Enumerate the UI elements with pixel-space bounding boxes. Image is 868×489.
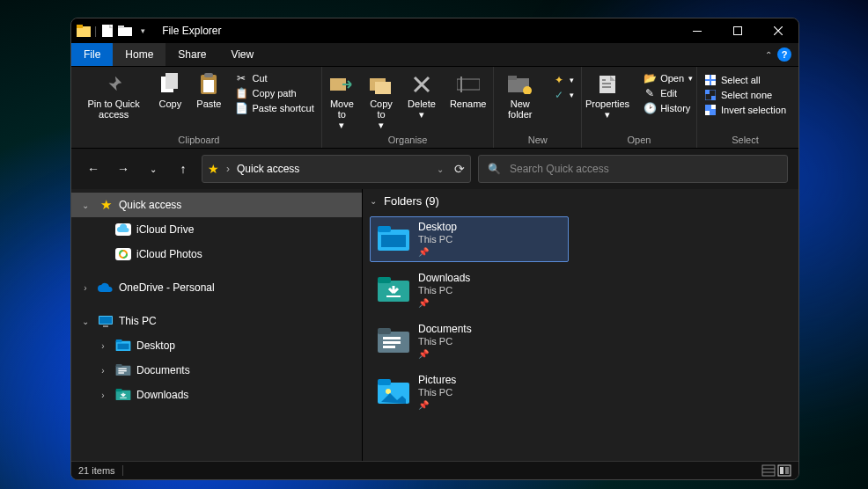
chevron-icon[interactable]: › [96, 341, 110, 351]
tree-item-icloud-drive[interactable]: iCloud Drive [71, 217, 362, 242]
svg-rect-57 [378, 277, 391, 283]
help-icon[interactable]: ? [777, 47, 791, 62]
chevron-icon[interactable]: ⌄ [78, 317, 92, 326]
folder-tile-documents[interactable]: Documents This PC 📌 [370, 318, 569, 364]
address-bar[interactable]: ★ › Quick access ⌄ ⟳ [202, 155, 471, 183]
edit-button[interactable]: ✎Edit [644, 87, 693, 99]
svg-rect-6 [734, 27, 742, 35]
paste-button[interactable]: Paste [189, 70, 228, 109]
group-select-label: Select [732, 135, 759, 146]
tree-item-label: OneDrive - Personal [119, 281, 215, 294]
status-count: 21 items [78, 465, 115, 476]
selectall-icon [704, 74, 717, 86]
history-button[interactable]: 🕑History [644, 102, 693, 114]
move-to-button[interactable]: Move to▾ [322, 70, 362, 130]
chevron-icon[interactable]: › [96, 366, 110, 376]
svg-rect-40 [99, 317, 112, 324]
tree-item-quick-access[interactable]: ⌄ ★ Quick access [71, 193, 362, 217]
selectnone-icon [704, 89, 717, 101]
nav-recent-button[interactable]: ⌄ [142, 157, 165, 180]
thumbnails-view-button[interactable] [777, 464, 791, 477]
group-new-label: New [528, 135, 548, 146]
tree-item-label: Documents [136, 364, 190, 376]
tile-location: This PC [418, 387, 456, 398]
group-organise-label: Organise [388, 135, 428, 146]
svg-rect-72 [785, 467, 789, 474]
folders-group-header[interactable]: ⌄ Folders (9) [363, 189, 798, 213]
tree-item-desktop[interactable]: › Desktop [71, 333, 362, 358]
copypath-icon: 📋 [235, 87, 247, 99]
minimize-button[interactable] [677, 18, 717, 43]
tab-home[interactable]: Home [113, 43, 166, 66]
new-item-button[interactable]: ✦▾ [553, 74, 574, 86]
svg-rect-62 [383, 341, 401, 344]
easy-access-button[interactable]: ✓▾ [553, 89, 574, 101]
invert-selection-button[interactable]: Invert selection [704, 104, 786, 116]
tree-item-label: Desktop [136, 339, 175, 352]
search-input[interactable]: 🔍 Search Quick access [478, 155, 788, 183]
tab-file[interactable]: File [71, 43, 113, 66]
open-button[interactable]: 📂Open▾ [644, 72, 693, 84]
copy-to-button[interactable]: Copy to▾ [362, 70, 401, 130]
svg-rect-51 [116, 389, 122, 391]
search-placeholder: Search Quick access [510, 163, 609, 175]
tile-location: This PC [418, 234, 457, 245]
breadcrumb[interactable]: Quick access [237, 163, 299, 175]
details-view-button[interactable] [761, 464, 776, 477]
documents-icon [115, 362, 131, 378]
svg-rect-3 [118, 27, 132, 36]
new-folder-button[interactable]: New folder [494, 70, 546, 120]
paste-shortcut-button[interactable]: 📄Paste shortcut [235, 102, 313, 114]
cut-button[interactable]: ✂Cut [235, 72, 313, 84]
pin-icon [101, 72, 126, 97]
tree-item-this-pc[interactable]: ⌄ This PC [71, 309, 362, 333]
tab-share[interactable]: Share [166, 43, 218, 66]
folder-tile-pictures[interactable]: Pictures This PC 📌 [370, 369, 569, 415]
select-all-button[interactable]: Select all [704, 74, 786, 86]
status-sep [122, 465, 123, 476]
svg-rect-55 [381, 235, 406, 247]
tree-item-documents[interactable]: › Documents [71, 358, 362, 383]
folder-tile-desktop[interactable]: Desktop This PC 📌 [370, 216, 569, 262]
select-none-button[interactable]: Select none [704, 89, 786, 101]
rename-button[interactable]: Rename [443, 70, 494, 109]
copy-button[interactable]: Copy [151, 70, 189, 109]
easyaccess-icon: ✓ [553, 89, 565, 101]
svg-rect-71 [780, 467, 783, 474]
group-clipboard-label: Clipboard [178, 135, 219, 146]
svg-rect-60 [378, 328, 391, 334]
chevron-icon[interactable]: ⌄ [78, 201, 92, 210]
qat-divider: | [94, 25, 97, 37]
folder-qat-icon[interactable] [118, 24, 132, 38]
folder-tile-downloads[interactable]: Downloads This PC 📌 [370, 267, 569, 313]
navigation-tree[interactable]: ⌄ ★ Quick access iCloud Drive iCloud Pho… [71, 189, 363, 461]
new-file-icon[interactable] [100, 24, 114, 38]
newitem-icon: ✦ [553, 74, 565, 86]
nav-back-button[interactable]: ← [82, 157, 105, 180]
refresh-icon[interactable]: ⟳ [454, 162, 465, 176]
svg-rect-2 [102, 25, 113, 37]
nav-forward-button[interactable]: → [112, 157, 135, 180]
tree-item-onedrive-personal[interactable]: › OneDrive - Personal [71, 275, 362, 300]
desktop-folder-icon [378, 226, 409, 252]
svg-rect-63 [383, 346, 395, 348]
close-button[interactable] [758, 18, 798, 43]
maximize-button[interactable] [717, 18, 758, 43]
pin-to-quick-access-button[interactable]: Pin to Quick access [77, 70, 151, 120]
ribbon-expand-icon[interactable]: ⌃ [765, 50, 772, 60]
tab-view[interactable]: View [218, 43, 266, 66]
delete-button[interactable]: Delete▾ [401, 70, 443, 120]
nav-up-button[interactable]: ↑ [172, 157, 195, 180]
qat-dropdown-icon[interactable]: ▾ [136, 24, 150, 38]
onedrive-icon [98, 280, 114, 296]
chevron-icon[interactable]: › [78, 283, 92, 293]
tree-item-icloud-photos[interactable]: iCloud Photos [71, 242, 362, 266]
chevron-icon[interactable]: › [96, 390, 110, 400]
tree-item-downloads[interactable]: › Downloads [71, 383, 362, 407]
properties-button[interactable]: Properties▾ [578, 70, 636, 120]
copy-path-button[interactable]: 📋Copy path [235, 87, 313, 99]
svg-rect-31 [711, 96, 716, 100]
folders-group-title: Folders (9) [384, 194, 439, 208]
address-dropdown-icon[interactable]: ⌄ [437, 164, 444, 174]
status-bar: 21 items [71, 461, 798, 479]
